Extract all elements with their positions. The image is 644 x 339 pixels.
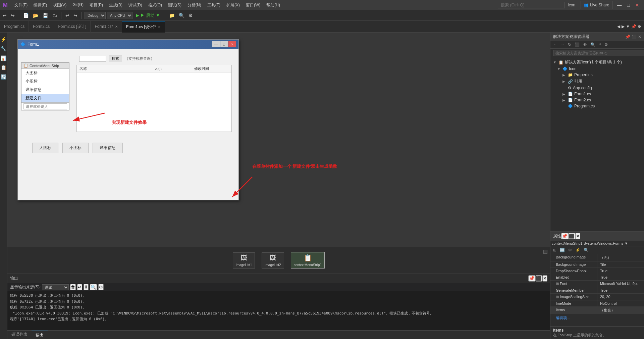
form-search-input[interactable]	[79, 56, 106, 62]
se-forward-btn[interactable]: →	[559, 42, 566, 48]
output-settings-btn[interactable]: ⚙	[98, 284, 104, 290]
live-share-button[interactable]: 👥 Live Share	[581, 1, 612, 9]
prop-value-enabled[interactable]: True	[597, 274, 644, 280]
menu-item-detail[interactable]: 详细信息	[21, 86, 69, 94]
output-source-select[interactable]: 调试	[42, 284, 69, 290]
tab-form1-cs[interactable]: Form1.cs* ✕	[91, 21, 122, 33]
output-clear-btn[interactable]: 🗑	[70, 284, 76, 290]
se-program-node[interactable]: 🔷 Program.cs	[550, 103, 644, 109]
output-tab-output[interactable]: 输出	[32, 331, 48, 339]
toolbar-open-btn[interactable]: 📂	[32, 12, 40, 19]
se-settings-btn[interactable]: ⚙	[603, 42, 609, 48]
tab-settings[interactable]: ⚙	[638, 24, 641, 29]
menu-tools[interactable]: 工具(T)	[205, 1, 223, 9]
output-filter-btn[interactable]: 🔍	[90, 284, 97, 290]
se-form1-node[interactable]: ▶ 📄 Form1.cs	[550, 91, 644, 97]
menu-edit[interactable]: 编辑(E)	[31, 1, 50, 9]
output-float-btn[interactable]: ⬛	[535, 275, 542, 282]
menu-help[interactable]: 帮助(H)	[264, 1, 283, 9]
toolbar-new-btn[interactable]: 📄	[22, 12, 30, 19]
sidebar-server-icon[interactable]: ⚡	[0, 35, 8, 43]
se-references-node[interactable]: ▶ 🔗 引用	[550, 78, 644, 85]
prop-edit-link[interactable]: 编辑项...	[553, 315, 573, 321]
menu-view[interactable]: 视图(V)	[50, 1, 69, 9]
se-git-btn[interactable]: ⑂	[597, 42, 602, 48]
prop-categorized-btn[interactable]: ⊞	[552, 247, 558, 253]
se-back-btn[interactable]: ←	[552, 42, 558, 48]
prop-value-bg-image[interactable]: （无）	[597, 254, 644, 261]
menu-build[interactable]: 生成(B)	[106, 1, 125, 9]
prop-events-btn[interactable]: ⚡	[574, 247, 582, 253]
component-imagelist1[interactable]: 🖼 imageList1	[233, 252, 255, 269]
prop-pin-btn[interactable]: 📌	[561, 233, 568, 239]
se-appconfig-node[interactable]: ⚙ App.config	[550, 85, 644, 91]
toolbar-save-btn[interactable]: 💾	[41, 12, 50, 19]
tab-form1-cs-close[interactable]: ✕	[115, 25, 118, 29]
output-close-btn[interactable]: ✕	[542, 275, 547, 282]
prop-value-dropshadow[interactable]: True	[597, 268, 644, 274]
toolbar-redo-btn[interactable]: ↪	[72, 12, 79, 19]
close-button[interactable]: ✕	[633, 2, 641, 8]
toolbar-misc-3[interactable]: ⚙	[187, 12, 194, 19]
se-project-node[interactable]: ▼ 🔷 Icon	[550, 66, 644, 72]
form-search-button[interactable]: 搜索	[109, 55, 122, 62]
tab-form1-design[interactable]: Form1.cs [设计]* ✕	[122, 21, 165, 33]
menu-item-small-icon[interactable]: 小图标	[21, 77, 69, 86]
toolbar-save-all-btn[interactable]: 🗂	[51, 12, 58, 19]
new-file-input[interactable]	[23, 103, 67, 109]
menu-file[interactable]: 文件(F)	[12, 1, 30, 9]
btn-large-icon[interactable]: 大图标	[32, 143, 58, 153]
tab-form2-design[interactable]: Form2.cs [设计]	[54, 21, 91, 33]
minimize-button[interactable]: —	[615, 2, 624, 8]
se-search-input[interactable]	[553, 50, 644, 56]
sidebar-layers-icon[interactable]: 📋	[0, 63, 8, 71]
menu-window[interactable]: 窗口(W)	[243, 1, 263, 9]
se-solution-node[interactable]: ▼ 📋 解决方案'Icon'(1 个项目/共 1 个)	[550, 59, 644, 66]
toolbar-misc-1[interactable]: 📁	[168, 12, 176, 19]
prop-value-font[interactable]: Microsoft YaHei UI, 9pt	[597, 281, 644, 287]
tab-form1-design-close[interactable]: ✕	[158, 25, 161, 29]
form-maximize-btn[interactable]: □	[220, 41, 228, 47]
component-contextmenustrip1[interactable]: 📋 contextMenuStrip1	[291, 252, 325, 269]
menu-project[interactable]: 项目(P)	[87, 1, 106, 9]
output-scroll-btn[interactable]: ⬇	[84, 284, 89, 290]
prop-value-imagescaling[interactable]: 20, 20	[597, 294, 644, 300]
output-pin-btn[interactable]: 📌	[528, 275, 535, 282]
cpu-config-dropdown[interactable]: Any CPU	[107, 12, 132, 19]
se-filter-btn[interactable]: 🔍	[589, 42, 597, 48]
tab-pin[interactable]: 📌	[631, 24, 636, 29]
menu-item-new-file[interactable]: 新建文件	[21, 94, 69, 102]
se-collapse-btn[interactable]: ⬛	[573, 42, 581, 48]
menu-format[interactable]: 格式(O)	[146, 1, 165, 9]
se-float-btn[interactable]: ⬛	[632, 35, 637, 39]
menu-analyze[interactable]: 分析(N)	[185, 1, 204, 9]
prop-alphabetical-btn[interactable]: 🔤	[558, 247, 566, 253]
se-pin-btn[interactable]: 📌	[625, 35, 630, 39]
prop-properties-btn[interactable]: ⚙	[567, 247, 573, 253]
se-properties-node[interactable]: ▶ 📁 Properties	[550, 72, 644, 78]
prop-value-bg-imagel[interactable]: Tile	[597, 261, 644, 268]
debug-config-dropdown[interactable]: Debug	[85, 12, 106, 19]
sidebar-sync-icon[interactable]: 🔄	[0, 73, 8, 81]
btn-small-icon[interactable]: 小图标	[62, 143, 89, 153]
menu-debug[interactable]: 调试(D)	[126, 1, 145, 9]
prop-value-items[interactable]: （集合）	[597, 307, 644, 314]
prop-search-btn[interactable]: 🔍	[582, 247, 590, 253]
menu-item-large-icon[interactable]: 大图标	[21, 69, 69, 77]
tab-program-cs[interactable]: Program.cs	[0, 21, 29, 33]
tray-resize-handle[interactable]	[543, 250, 547, 254]
start-button[interactable]: ▶ ▶ 启动 ▼	[134, 12, 162, 19]
prop-close-btn[interactable]: ✕	[575, 233, 580, 239]
se-refresh-btn[interactable]: ↻	[567, 42, 573, 48]
prop-value-genmember[interactable]: True	[597, 287, 644, 293]
form-minimize-btn[interactable]: —	[212, 41, 220, 47]
prop-value-imemode[interactable]: NoControl	[597, 300, 644, 306]
toolbar-misc-2[interactable]: 🔍	[177, 12, 186, 19]
form-close-btn[interactable]: ✕	[228, 41, 236, 47]
toolbar-back-btn[interactable]: ↩	[1, 12, 8, 19]
menu-test[interactable]: 测试(S)	[165, 1, 184, 9]
toolbar-undo-btn[interactable]: ↩	[64, 12, 71, 19]
component-imagelist2[interactable]: 🖼 imageList2	[262, 252, 284, 269]
se-form2-node[interactable]: ▶ 📄 Form2.cs	[550, 97, 644, 103]
output-tab-errors[interactable]: 错误列表	[7, 331, 32, 339]
